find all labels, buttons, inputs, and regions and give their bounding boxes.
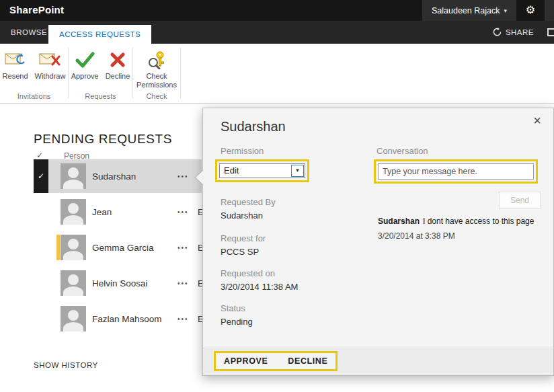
- request-for-label: Request for: [221, 233, 266, 243]
- approve-action-button[interactable]: APPROVE: [224, 356, 268, 366]
- suite-bar: SharePoint Salaudeen Rajack ▾ ⚙: [0, 0, 554, 21]
- actions-highlight: APPROVE DECLINE: [214, 351, 338, 371]
- ribbon-group-invitations: Resend Withdraw Invitations: [0, 44, 68, 103]
- permission-label: Permission: [221, 146, 264, 156]
- check-permissions-label: Check Permissions: [136, 72, 177, 89]
- list-item[interactable]: Jean ••• Edit: [34, 195, 202, 229]
- dropdown-arrow-icon[interactable]: ▼: [291, 165, 304, 177]
- share-icon: [493, 28, 502, 38]
- person-name: Gemma Garcia: [92, 231, 154, 264]
- ribbon-group-check: Check Permissions Check: [133, 44, 180, 103]
- conversation-input-highlight: [374, 159, 538, 184]
- select-all-check-icon[interactable]: ✓: [36, 151, 43, 160]
- message-text: I dont have access to this page: [423, 217, 534, 226]
- share-button[interactable]: SHARE: [493, 21, 534, 44]
- request-for-value: PCCS SP: [221, 247, 259, 257]
- tab-access-requests[interactable]: ACCESS REQUESTS: [48, 25, 151, 44]
- decline-button[interactable]: Decline: [106, 50, 130, 81]
- share-label: SHARE: [506, 28, 534, 36]
- list-item[interactable]: ✓ Sudarshan ••• Edit: [34, 159, 202, 193]
- help-area-sliver: [545, 0, 554, 21]
- row-ellipsis-button[interactable]: •••: [177, 208, 189, 216]
- check-icon: ✓: [38, 171, 44, 181]
- person-name: Sudarshan: [92, 159, 136, 193]
- ribbon: Resend Withdraw Invitations: [0, 44, 554, 104]
- focus-on-content-icon[interactable]: [547, 28, 554, 36]
- status-value: Pending: [221, 317, 253, 327]
- avatar: [61, 235, 86, 260]
- send-button[interactable]: Send: [499, 192, 541, 209]
- resend-label: Resend: [3, 72, 28, 81]
- show-history-link[interactable]: SHOW HISTORY: [34, 361, 98, 369]
- avatar: [61, 306, 86, 331]
- group-label-requests: Requests: [69, 92, 132, 100]
- row-ellipsis-button[interactable]: •••: [177, 244, 189, 251]
- user-name: Salaudeen Rajack: [432, 6, 500, 15]
- conversation-label: Conversation: [377, 146, 428, 156]
- gear-icon[interactable]: ⚙: [526, 3, 535, 16]
- page: SharePoint Salaudeen Rajack ▾ ⚙ BROWSE A…: [0, 0, 554, 392]
- conversation-message: SudarshanI dont have access to this page…: [378, 216, 546, 242]
- approve-label: Approve: [71, 72, 99, 81]
- check-permissions-button[interactable]: Check Permissions: [136, 50, 177, 89]
- resend-icon: [5, 50, 26, 70]
- conversation-input[interactable]: [378, 163, 534, 180]
- group-label-check: Check: [133, 92, 180, 100]
- avatar: [61, 163, 86, 189]
- ribbon-group-requests: Approve Decline Requests: [69, 44, 132, 103]
- decline-icon: [109, 50, 126, 70]
- avatar: [61, 199, 86, 225]
- requested-by-value: Sudarshan: [221, 210, 263, 221]
- callout-arrow: [196, 169, 204, 186]
- decline-action-button[interactable]: DECLINE: [288, 356, 327, 366]
- permission-selected-value: Edit: [224, 165, 239, 175]
- row-ellipsis-button[interactable]: •••: [177, 173, 189, 180]
- sharepoint-logo: SharePoint: [9, 4, 64, 15]
- person-name: Helvin Soosai: [92, 266, 148, 300]
- tab-browse[interactable]: BROWSE: [11, 21, 47, 44]
- approve-icon: [75, 50, 95, 70]
- popup-footer: APPROVE DECLINE: [203, 348, 553, 375]
- avatar: [61, 270, 86, 296]
- row-ellipsis-button[interactable]: •••: [177, 315, 189, 323]
- group-label-invitations: Invitations: [0, 92, 68, 100]
- user-menu[interactable]: Salaudeen Rajack ▾: [422, 0, 516, 21]
- row-selected-strip[interactable]: ✓: [34, 159, 48, 193]
- request-detail-popup: Sudarshan × Permission Edit ▼ Requested …: [202, 108, 554, 376]
- row-ellipsis-button[interactable]: •••: [177, 280, 189, 287]
- close-icon[interactable]: ×: [533, 114, 541, 127]
- permission-select-highlight: Edit ▼: [215, 159, 309, 182]
- status-label: Status: [221, 303, 245, 313]
- message-line: SudarshanI dont have access to this page: [378, 216, 546, 227]
- requested-by-label: Requested By: [221, 197, 276, 207]
- approve-button[interactable]: Approve: [71, 50, 99, 81]
- popup-title: Sudarshan: [221, 119, 286, 134]
- ribbon-separator: [180, 48, 181, 99]
- chevron-down-icon: ▾: [504, 7, 507, 14]
- presence-indicator-away: [56, 235, 60, 260]
- permission-select[interactable]: Edit ▼: [219, 163, 305, 178]
- person-name: Fazlan Mahsoom: [92, 302, 162, 336]
- message-date: 3/20/2014 at 3:38 PM: [378, 231, 546, 242]
- page-title: PENDING REQUESTS: [34, 132, 172, 147]
- withdraw-icon: [39, 50, 61, 70]
- check-permissions-icon: [147, 50, 167, 70]
- resend-button[interactable]: Resend: [3, 50, 28, 81]
- withdraw-button[interactable]: Withdraw: [35, 50, 66, 81]
- withdraw-label: Withdraw: [35, 72, 66, 81]
- message-author: Sudarshan: [378, 217, 420, 226]
- list-item[interactable]: Gemma Garcia ••• Edit: [34, 231, 202, 264]
- ribbon-tab-bar: BROWSE ACCESS REQUESTS SHARE: [0, 21, 554, 44]
- decline-label: Decline: [106, 72, 130, 81]
- requested-on-label: Requested on: [221, 268, 275, 278]
- person-name: Jean: [92, 195, 112, 229]
- list-item[interactable]: Fazlan Mahsoom ••• Edit: [34, 302, 202, 336]
- requested-on-value: 3/20/2014 11:38 AM: [221, 282, 298, 292]
- list-item[interactable]: Helvin Soosai ••• Edit: [34, 266, 202, 300]
